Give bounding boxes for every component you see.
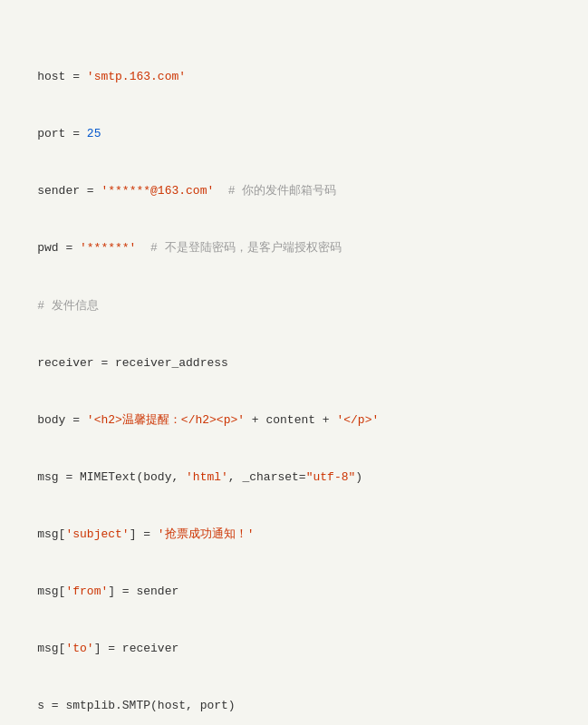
code-line: body = '<h2>温馨提醒：</h2><p>' + content + '… [0,411,588,430]
code-line: # 发件信息 [0,296,588,315]
code-line: sender = '******@163.com' # 你的发件邮箱号码 [0,181,588,200]
code-line: pwd = '******' # 不是登陆密码，是客户端授权密码 [0,238,588,257]
code-line: msg['subject'] = '抢票成功通知！' [0,525,588,544]
code-line: s = smtplib.SMTP(host, port) [0,696,588,715]
code-line: msg['from'] = sender [0,582,588,601]
code-block: host = 'smtp.163.com' port = 25 sender =… [0,9,588,725]
code-line: port = 25 [0,124,588,143]
code-line: receiver = receiver_address [0,353,588,372]
code-line: host = 'smtp.163.com' [0,67,588,86]
code-container: host = 'smtp.163.com' port = 25 sender =… [0,0,588,725]
code-line: msg['to'] = receiver [0,639,588,658]
code-line: msg = MIMEText(body, 'html', _charset="u… [0,468,588,487]
